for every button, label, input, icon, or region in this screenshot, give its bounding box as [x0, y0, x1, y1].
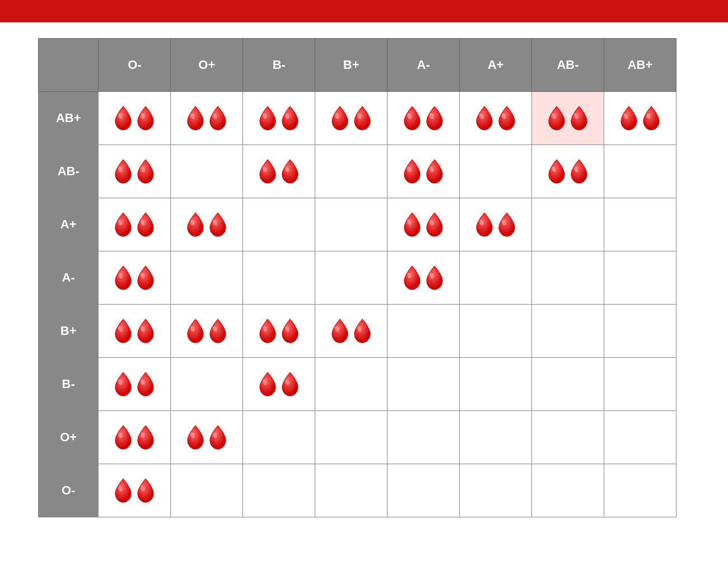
compatibility-cell [315, 305, 388, 358]
blood-drop-icon [113, 265, 133, 291]
table-area: O-O+B-B+A-A+AB-AB+ AB+ [34, 38, 694, 517]
drop-container [171, 411, 242, 464]
compatibility-cell [315, 145, 388, 198]
blood-drop-icon [424, 105, 445, 131]
compatibility-cell [243, 464, 315, 517]
header-bar [0, 0, 728, 22]
donor-column-header: AB+ [604, 39, 676, 92]
compatibility-cell [604, 358, 676, 411]
compatibility-cell [388, 411, 460, 464]
compatibility-cell [171, 358, 243, 411]
blood-drop-icon [474, 105, 494, 131]
corner-cell [39, 39, 99, 92]
compatibility-cell [460, 92, 532, 145]
compatibility-cell [604, 198, 676, 251]
recipient-row-header: B+ [39, 305, 99, 358]
blood-drop-icon [113, 158, 133, 184]
blood-drop-icon [185, 424, 206, 450]
compatibility-cell [388, 92, 460, 145]
drop-container [388, 92, 459, 144]
blood-type-row: AB+ [39, 92, 676, 145]
compatibility-cell [388, 198, 460, 251]
blood-drop-icon [619, 105, 639, 131]
blood-drop-icon [402, 265, 422, 291]
compatibility-cell [99, 305, 171, 358]
blood-drop-icon [208, 105, 228, 131]
donor-column-header: A+ [460, 39, 532, 92]
blood-type-row: B- [39, 358, 676, 411]
compatibility-cell [604, 145, 676, 198]
compatibility-cell [604, 305, 676, 358]
blood-type-row: A+ [39, 198, 676, 251]
compatibility-cell [99, 92, 171, 145]
blood-drop-icon [185, 318, 206, 344]
drop-container [315, 92, 387, 144]
drop-container [315, 305, 387, 357]
blood-drop-icon [208, 212, 228, 237]
compatibility-cell [604, 464, 676, 517]
blood-drop-icon [330, 318, 350, 344]
compatibility-cell [243, 145, 315, 198]
compatibility-cell [532, 464, 604, 517]
compatibility-cell [315, 92, 388, 145]
blood-drop-icon [113, 212, 133, 237]
compatibility-cell [388, 305, 460, 358]
drop-container [388, 251, 459, 304]
blood-drop-icon [280, 105, 300, 131]
blood-drop-icon [641, 105, 661, 131]
blood-drop-icon [547, 158, 567, 184]
compatibility-cell [171, 251, 243, 305]
blood-drop-icon [497, 105, 517, 131]
drop-container [388, 198, 459, 251]
blood-drop-icon [113, 478, 133, 503]
blood-drop-icon [258, 158, 278, 184]
blood-drop-icon [474, 212, 494, 237]
compatibility-cell [460, 411, 532, 464]
compatibility-cell [460, 358, 532, 411]
compatibility-cell [243, 251, 315, 305]
blood-drop-icon [136, 105, 156, 131]
compatibility-cell [460, 464, 532, 517]
drop-container [99, 198, 170, 251]
blood-drop-icon [352, 318, 372, 344]
blood-drop-icon [258, 371, 278, 397]
compatibility-cell [315, 411, 388, 464]
donor-column-header: O+ [171, 39, 243, 92]
drop-container [460, 198, 531, 251]
compatibility-cell [388, 145, 460, 198]
donor-column-header: B+ [315, 39, 388, 92]
blood-type-row: O- [39, 464, 676, 517]
blood-drop-icon [424, 212, 445, 237]
blood-drop-icon [424, 265, 445, 291]
blood-drop-icon [136, 212, 156, 237]
compatibility-cell [388, 464, 460, 517]
blood-type-row: A- [39, 251, 676, 305]
blood-type-row: O+ [39, 411, 676, 464]
compatibility-cell [171, 464, 243, 517]
compatibility-cell [604, 411, 676, 464]
donor-column-header: A- [388, 39, 460, 92]
drop-container [388, 145, 459, 198]
blood-drop-icon [136, 424, 156, 450]
compatibility-cell [315, 358, 388, 411]
drop-container [243, 92, 315, 144]
recipient-row-header: O+ [39, 411, 99, 464]
compatibility-cell [99, 358, 171, 411]
blood-drop-icon [113, 105, 133, 131]
blood-drop-icon [136, 318, 156, 344]
blood-drop-icon [258, 318, 278, 344]
blood-drop-icon [547, 105, 567, 131]
compatibility-cell [243, 358, 315, 411]
blood-drop-icon [258, 105, 278, 131]
compatibility-cell [460, 251, 532, 305]
compatibility-cell [388, 358, 460, 411]
compatibility-cell [532, 358, 604, 411]
compatibility-cell [243, 92, 315, 145]
blood-drop-icon [352, 105, 372, 131]
compatibility-cell [532, 411, 604, 464]
compatibility-cell [99, 464, 171, 517]
blood-drop-icon [424, 158, 445, 184]
blood-drop-icon [113, 371, 133, 397]
recipient-row-header: O- [39, 464, 99, 517]
blood-drop-icon [569, 105, 589, 131]
